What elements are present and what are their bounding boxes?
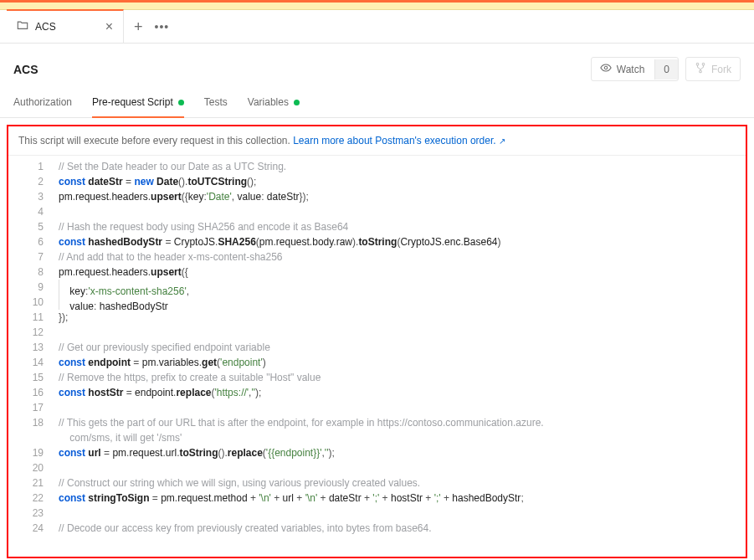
svg-point-2	[702, 63, 705, 65]
code-editor[interactable]: 123456789101112131415161718192021222324 …	[8, 156, 746, 552]
modified-dot-icon	[294, 100, 300, 105]
sub-tabs: Authorization Pre-request Script Tests V…	[0, 90, 754, 118]
watch-button[interactable]: Watch 0	[591, 57, 679, 81]
tab-acs[interactable]: ACS ×	[7, 9, 124, 43]
fork-icon	[695, 62, 706, 76]
watch-count: 0	[654, 59, 678, 80]
fork-label: Fork	[711, 64, 731, 75]
external-link-icon: ↗	[499, 136, 505, 146]
code-body[interactable]: // Set the Date header to our Date as a …	[55, 156, 746, 552]
svg-point-1	[696, 63, 699, 65]
tab-options-button[interactable]: •••	[155, 20, 170, 33]
tab-tests[interactable]: Tests	[204, 90, 228, 118]
tab-authorization[interactable]: Authorization	[13, 90, 72, 118]
content-area: This script will execute before every re…	[7, 125, 747, 558]
tab-bar: ACS × + •••	[0, 10, 754, 44]
folder-icon	[17, 19, 28, 33]
watch-label: Watch	[617, 64, 645, 75]
modified-dot-icon	[178, 100, 184, 105]
svg-point-0	[604, 66, 608, 69]
info-link[interactable]: Learn more about Postman's execution ord…	[293, 135, 505, 146]
fork-button[interactable]: Fork	[685, 57, 741, 81]
line-gutter: 123456789101112131415161718192021222324	[8, 156, 55, 552]
info-text: This script will execute before every re…	[18, 135, 293, 146]
page-title: ACS	[13, 63, 38, 76]
svg-point-3	[700, 70, 702, 73]
new-tab-button[interactable]: +	[134, 19, 143, 34]
eye-icon	[600, 62, 612, 76]
close-icon[interactable]: ×	[105, 20, 113, 33]
info-bar: This script will execute before every re…	[8, 126, 746, 156]
tab-prerequest-script[interactable]: Pre-request Script	[92, 90, 184, 118]
tab-variables[interactable]: Variables	[248, 90, 300, 118]
collection-header: ACS Watch 0 Fork	[0, 44, 754, 90]
tab-label: ACS	[35, 21, 56, 33]
